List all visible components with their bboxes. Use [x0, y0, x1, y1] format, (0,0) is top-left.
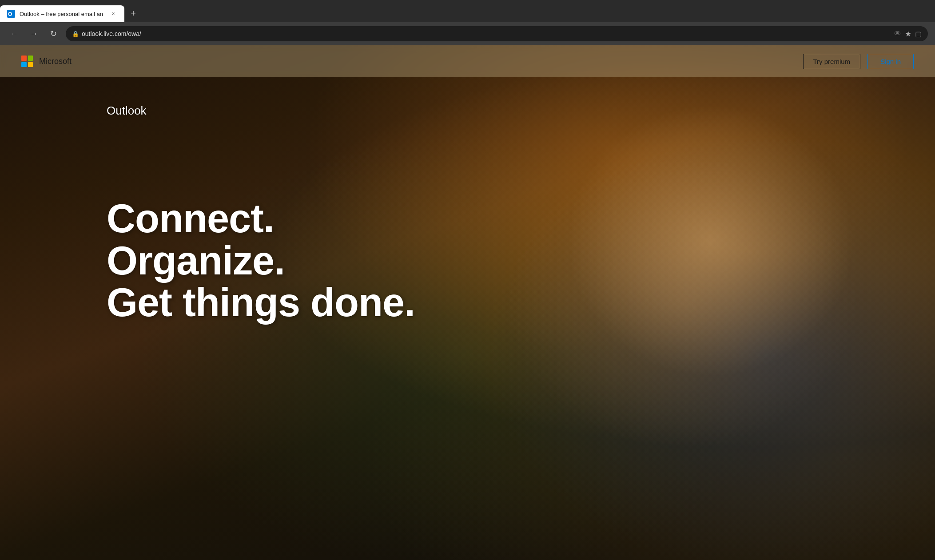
- new-tab-button[interactable]: +: [126, 6, 140, 20]
- browser-chrome: O Outlook – free personal email an × + ←…: [0, 0, 935, 45]
- outlook-hero-label: Outlook: [107, 104, 935, 118]
- star-icon[interactable]: ★: [905, 29, 911, 39]
- microsoft-name: Microsoft: [39, 57, 72, 66]
- split-view-icon[interactable]: ▢: [915, 30, 922, 38]
- ms-icon-yellow: [28, 62, 33, 68]
- ms-icon-green: [28, 56, 33, 61]
- sign-in-button[interactable]: Sign in: [867, 54, 914, 69]
- tab-title: Outlook – free personal email an: [20, 11, 105, 17]
- page-nav: Microsoft Try premium Sign in: [0, 45, 935, 77]
- tagline-line-2: Organize.: [107, 240, 935, 282]
- active-tab[interactable]: O Outlook – free personal email an ×: [0, 5, 124, 22]
- hero-tagline: Connect. Organize. Get things done.: [107, 198, 935, 324]
- address-right-icons: 👁 ★ ▢: [894, 29, 922, 39]
- try-premium-button[interactable]: Try premium: [803, 54, 861, 69]
- forward-button[interactable]: →: [27, 27, 41, 41]
- back-button[interactable]: ←: [7, 27, 21, 41]
- lock-icon: 🔒: [72, 31, 79, 37]
- outlook-page: Microsoft Try premium Sign in Outlook Co…: [0, 45, 935, 560]
- nav-buttons: Try premium Sign in: [803, 54, 914, 69]
- address-bar-row: ← → ↻ 🔒 👁 ★ ▢: [0, 22, 935, 45]
- ms-grid-icon: [21, 56, 33, 67]
- hero-content: Outlook Connect. Organize. Get things do…: [0, 77, 935, 324]
- tab-favicon: O: [7, 10, 15, 18]
- tab-close-button[interactable]: ×: [109, 10, 117, 18]
- address-bar-container: 🔒 👁 ★ ▢: [66, 26, 928, 41]
- address-bar-input[interactable]: [66, 26, 928, 41]
- refresh-button[interactable]: ↻: [46, 27, 60, 41]
- tagline-line-1: Connect.: [107, 198, 935, 240]
- ms-icon-blue: [21, 62, 27, 68]
- ms-icon-red: [21, 56, 27, 61]
- eye-slash-icon: 👁: [894, 30, 901, 38]
- svg-text:O: O: [8, 11, 12, 17]
- tab-bar: O Outlook – free personal email an × +: [0, 0, 935, 22]
- microsoft-logo: Microsoft: [21, 56, 72, 67]
- tagline-line-3: Get things done.: [107, 282, 935, 324]
